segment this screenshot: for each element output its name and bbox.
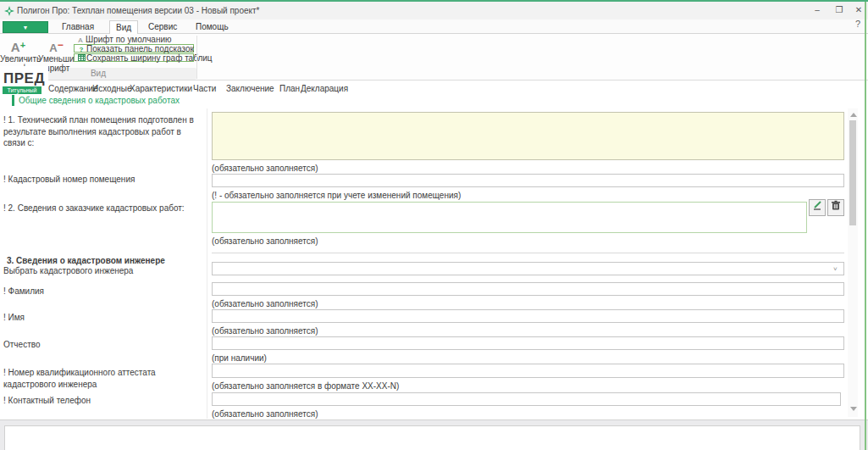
field-hint-attestation-number: (обязательно заполняется в формате XX-XX…	[212, 381, 399, 391]
doc-tab-soderzhanie[interactable]: Содержание	[48, 84, 97, 93]
pencil-icon	[812, 200, 823, 211]
tab-pomosch[interactable]: Помощь	[190, 20, 235, 34]
field-label-work-reason: ! 1. Технический план помещения подготов…	[3, 114, 205, 149]
field-hint-surname: (обязательно заполняется)	[212, 299, 318, 308]
preview-heading: ПРЕД	[3, 70, 45, 87]
field-label-select-engineer: Выбрать кадастрового инженера	[3, 265, 205, 277]
tab-glavnaya[interactable]: Главная	[56, 20, 100, 34]
customer-textarea[interactable]	[212, 202, 807, 233]
app-window: Полигон Про: Техплан помещения версии 03…	[0, 0, 868, 450]
attestation-number-input[interactable]	[212, 364, 844, 378]
bottom-panel	[4, 425, 860, 450]
field-hint-name: (обязательно заполняется)	[212, 326, 318, 336]
doc-tab-ishodnye[interactable]: Исходные	[92, 84, 132, 93]
minimize-button[interactable]: –	[810, 5, 825, 16]
section-title: Общие сведения о кадастровых работах	[19, 96, 180, 105]
section-separator	[212, 253, 844, 253]
doc-tab-harakteristiki[interactable]: Характеристики	[130, 84, 192, 93]
table-grid-icon	[76, 54, 86, 63]
doc-tab-plan[interactable]: План	[279, 84, 300, 93]
chevron-down-icon[interactable]: ˅	[833, 265, 842, 273]
field-hint-patronymic: (при наличии)	[212, 353, 267, 363]
window-right-border	[865, 2, 866, 450]
scroll-up-icon[interactable]	[850, 113, 857, 117]
cadastral-number-input[interactable]	[212, 174, 844, 187]
tab-vid[interactable]: Вид	[109, 20, 138, 35]
field-hint-cadastral-number: (! - обязательно заполняется при учете и…	[212, 191, 461, 200]
ribbon-tab-row: ▼ Главная Вид Сервис Помощь	[0, 19, 868, 34]
window-title: Полигон Про: Техплан помещения версии 03…	[17, 6, 260, 15]
chevron-down-icon: ▼	[23, 25, 29, 31]
ribbon-group-separator	[196, 36, 197, 79]
edit-customer-button[interactable]	[809, 199, 826, 216]
field-label-name: ! Имя	[3, 312, 205, 324]
file-menu-button[interactable]: ▼	[3, 21, 48, 33]
patronymic-input[interactable]	[212, 336, 844, 350]
scrollbar-thumb[interactable]	[849, 120, 856, 225]
field-label-customer: ! 2. Сведения о заказчике кадастровых ра…	[3, 203, 205, 214]
field-label-phone: ! Контактный телефон	[3, 395, 205, 407]
name-input[interactable]	[212, 309, 844, 323]
field-hint-customer: (обязательно заполняется)	[212, 236, 318, 246]
work-reason-textarea[interactable]	[212, 112, 844, 160]
app-logo-icon	[4, 6, 14, 16]
restore-button[interactable]: ❐	[832, 5, 847, 16]
doc-tab-chasti[interactable]: Части	[193, 84, 216, 93]
field-label-cadastral-number: ! Кадастровый номер помещения	[3, 174, 205, 186]
font-icon: А	[75, 36, 86, 44]
menu-item-show-hints[interactable]: ?Показать панель подсказок	[74, 44, 194, 53]
trash-icon	[831, 200, 841, 211]
section-accent-bar	[12, 95, 14, 106]
title-bar: Полигон Про: Техплан помещения версии 03…	[0, 2, 868, 19]
field-label-attestation-number: ! Номер квалификационного аттестата када…	[3, 367, 205, 390]
field-label-patronymic: Отчество	[3, 339, 205, 351]
tab-servis[interactable]: Сервис	[142, 20, 183, 34]
doc-tab-zaklyuchenie[interactable]: Заключение	[226, 84, 274, 93]
scroll-down-icon[interactable]	[850, 407, 857, 411]
field-label-surname: ! Фамилия	[3, 286, 205, 297]
field-hint-work-reason: (обязательно заполняется)	[212, 164, 318, 173]
menu-item-save-column-widths[interactable]: Сохранять ширину граф таблиц	[74, 53, 194, 62]
doc-tab-titulnyj[interactable]: Титульный	[3, 86, 41, 94]
doc-tab-deklaraciya[interactable]: Декларация	[301, 84, 348, 93]
hint-panel-icon: ?	[76, 46, 86, 53]
field-hint-phone: (обязательно заполняется)	[212, 409, 318, 419]
surname-input[interactable]	[212, 282, 844, 296]
font-increase-icon: А+	[0, 36, 36, 54]
ribbon: Вид А+ Увеличить шрифт А− Уменьшить шриф…	[0, 34, 868, 81]
menu-item-default-font[interactable]: АШрифт по умолчанию	[74, 36, 194, 44]
phone-input[interactable]	[212, 392, 841, 406]
font-decrease-icon: А−	[38, 36, 75, 54]
select-engineer-combobox[interactable]	[212, 262, 844, 275]
delete-customer-button[interactable]	[827, 199, 844, 216]
